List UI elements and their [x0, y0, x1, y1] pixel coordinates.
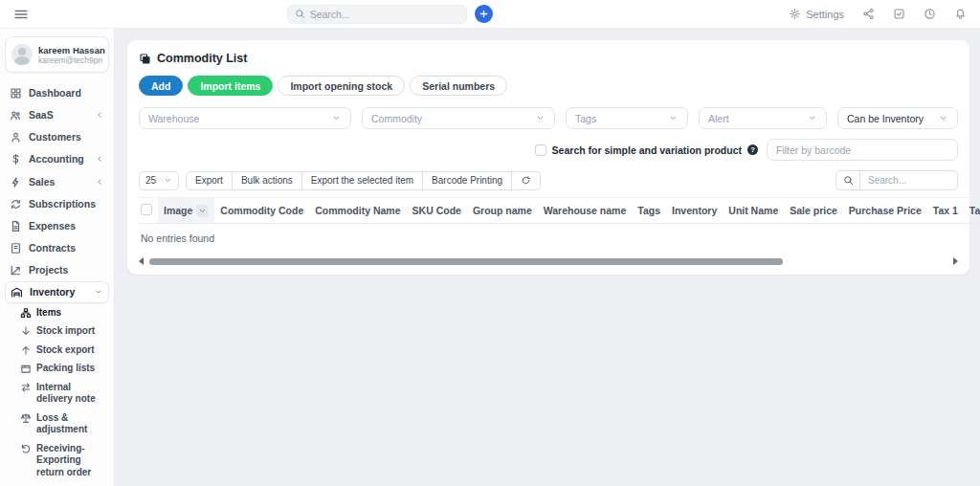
sidebar-item-label: Receiving-Exporting return order — [36, 443, 106, 479]
sidebar-item-subscriptions[interactable]: Subscriptions — [5, 193, 109, 215]
inventory-submenu: Items Stock import Stock export Packing … — [5, 303, 109, 486]
import-opening-stock-button[interactable]: Import opening stock — [278, 76, 405, 96]
sidebar-item-label: Projects — [29, 264, 68, 276]
sidebar-item-label: Packing lists — [36, 363, 95, 375]
column-commodity-code[interactable]: Commodity Code — [214, 198, 309, 224]
column-purchase-price[interactable]: Purchase Price — [843, 198, 927, 224]
column-group-name[interactable]: Group name — [467, 198, 538, 224]
sidebar-subitem-return-order[interactable]: Receiving-Exporting return order — [17, 439, 109, 482]
chevron-down-icon — [94, 287, 103, 297]
scroll-left-arrow[interactable] — [139, 257, 144, 265]
sidebar-item-label: Stock export — [36, 344, 95, 357]
sort-toggle[interactable] — [196, 205, 209, 217]
plus-icon — [479, 9, 489, 19]
sidebar-item-customers[interactable]: Customers — [5, 126, 109, 148]
balance-scale-icon — [20, 412, 32, 424]
scrollbar-thumb[interactable] — [149, 258, 783, 265]
table-search — [835, 170, 958, 190]
sidebar-item-label: Loss & adjustment — [36, 412, 106, 436]
bell-icon[interactable] — [954, 8, 967, 20]
export-selected-button[interactable]: Export the selected item — [302, 171, 423, 190]
barcode-filter-input[interactable] — [767, 139, 958, 161]
commodity-list-card: Commodity List Add Import items Import o… — [127, 40, 969, 275]
user-profile-card[interactable]: kareem Hassan kareem@tech9pros.c... — [5, 36, 109, 73]
column-tags[interactable]: Tags — [632, 198, 666, 224]
dashboard-icon — [10, 87, 22, 99]
chevron-down-icon — [668, 113, 679, 123]
sidebar-item-sales[interactable]: Sales — [5, 171, 109, 193]
variation-search-toggle[interactable]: Search for simple and variation product … — [535, 144, 758, 156]
select-all-checkbox[interactable] — [141, 204, 152, 215]
column-tax-2[interactable]: Tax 2 — [964, 198, 980, 224]
variation-search-checkbox[interactable] — [535, 144, 546, 156]
sidebar-item-expenses[interactable]: Expenses — [5, 215, 109, 237]
info-icon[interactable]: ? — [747, 144, 758, 155]
sidebar-item-label: Customers — [29, 131, 81, 144]
scroll-right-arrow[interactable] — [953, 257, 958, 265]
clock-icon[interactable] — [924, 8, 936, 20]
column-warehouse-name[interactable]: Warehouse name — [538, 198, 633, 224]
tags-filter-select[interactable]: Tags — [566, 107, 688, 129]
dollar-icon — [10, 153, 22, 166]
barcode-printing-button[interactable]: Barcode Printing — [423, 171, 512, 190]
global-search-input[interactable] — [310, 9, 459, 20]
column-commodity-name[interactable]: Commodity Name — [309, 198, 406, 224]
sidebar-subitem-items[interactable]: Items — [17, 303, 109, 322]
undo-icon — [20, 443, 32, 454]
box-icon — [20, 363, 32, 374]
table-search-input[interactable] — [860, 170, 958, 190]
sidebar-item-label: Inventory — [30, 286, 75, 298]
sidebar-subitem-stock-import[interactable]: Stock import — [17, 322, 109, 342]
sidebar-item-contracts[interactable]: Contracts — [5, 237, 109, 259]
users-icon — [10, 109, 22, 122]
sidebar-subitem-packing-lists[interactable]: Packing lists — [17, 360, 109, 379]
sidebar-subitem-internal-delivery-note[interactable]: Internal delivery note — [17, 378, 109, 409]
serial-numbers-button[interactable]: Serial numbers — [410, 76, 507, 96]
warehouse-filter-select[interactable]: Warehouse — [139, 107, 351, 129]
search-icon — [295, 9, 305, 19]
sidebar-item-inventory[interactable]: Inventory — [5, 281, 109, 303]
settings-menu[interactable]: Settings — [789, 8, 844, 20]
variation-search-label: Search for simple and variation product — [552, 144, 742, 156]
share-icon[interactable] — [862, 8, 875, 20]
import-items-button[interactable]: Import items — [188, 76, 273, 96]
sidebar-item-dashboard[interactable]: Dashboard — [5, 82, 109, 104]
alert-filter-select[interactable]: Alert — [699, 107, 827, 129]
can-be-inventory-value: Can be Inventory — [847, 113, 938, 124]
check-square-icon[interactable] — [893, 8, 905, 20]
sidebar-item-label: Sales — [29, 176, 55, 188]
empty-state-text: No entries found — [139, 224, 958, 255]
column-sale-price[interactable]: Sale price — [784, 198, 843, 224]
chevron-down-icon — [807, 113, 817, 123]
page-size-select[interactable]: 25 — [139, 171, 179, 190]
column-image[interactable]: Image — [158, 198, 214, 224]
global-search[interactable] — [287, 5, 467, 24]
sidebar-item-label: Expenses — [29, 220, 76, 232]
commodity-filter-value: Commodity — [371, 113, 535, 124]
sidebar-item-label: Items — [36, 307, 61, 320]
scrollbar-track[interactable] — [147, 258, 949, 265]
sidebar-item-accounting[interactable]: Accounting — [5, 148, 109, 170]
column-tax-1[interactable]: Tax 1 — [927, 198, 964, 224]
bulk-actions-button[interactable]: Bulk actions — [233, 171, 302, 190]
user-icon — [10, 131, 22, 144]
quick-add-button[interactable] — [475, 5, 493, 23]
column-inventory[interactable]: Inventory — [666, 198, 723, 224]
sidebar-item-saas[interactable]: SaaS — [5, 104, 109, 126]
sidebar-subitem-warehouse[interactable]: Warehouse — [17, 482, 109, 486]
refresh-button[interactable] — [512, 171, 541, 190]
table-search-button[interactable] — [835, 170, 860, 190]
sidebar-subitem-stock-export[interactable]: Stock export — [17, 341, 109, 360]
add-button[interactable]: Add — [139, 76, 183, 96]
commodity-filter-select[interactable]: Commodity — [362, 107, 555, 129]
settings-label: Settings — [806, 9, 844, 20]
cycle-icon — [10, 198, 22, 210]
export-button[interactable]: Export — [186, 171, 233, 190]
column-unit-name[interactable]: Unit Name — [723, 198, 784, 224]
can-be-inventory-filter-select[interactable]: Can be Inventory — [837, 107, 958, 129]
column-sku-code[interactable]: SKU Code — [407, 198, 467, 224]
chevron-left-icon — [95, 110, 104, 120]
sidebar-subitem-loss-adjustment[interactable]: Loss & adjustment — [17, 409, 109, 439]
sidebar-item-label: Subscriptions — [29, 198, 96, 210]
sidebar-item-projects[interactable]: Projects — [5, 259, 109, 281]
